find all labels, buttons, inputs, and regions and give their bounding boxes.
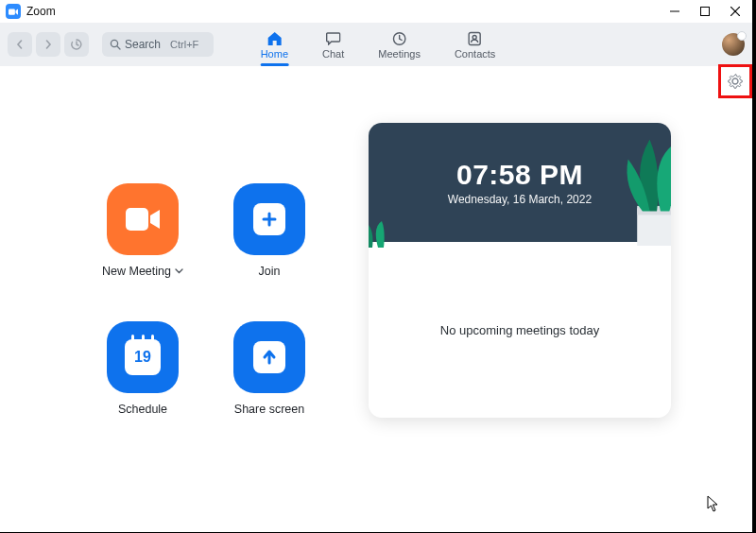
nav-forward-button[interactable] <box>36 32 60 57</box>
schedule-button[interactable]: 19 <box>107 321 179 393</box>
tab-label: Home <box>261 48 288 60</box>
clock-date: Wednesday, 16 March, 2022 <box>448 193 592 206</box>
svg-point-5 <box>111 40 117 46</box>
main-content: New Meeting Join 19 <box>0 66 756 533</box>
arrow-up-icon <box>253 341 285 373</box>
plant-decoration-icon <box>587 132 671 246</box>
close-button[interactable] <box>720 0 750 23</box>
maximize-button[interactable] <box>690 0 720 23</box>
no-meetings-text: No upcoming meetings today <box>440 323 599 337</box>
tab-contacts[interactable]: Contacts <box>451 23 499 66</box>
minimize-button[interactable] <box>660 0 690 23</box>
tab-label: Meetings <box>378 48 421 60</box>
main-tabs: Home Chat Meetings Contacts <box>257 23 500 66</box>
search-icon <box>110 39 121 50</box>
window-titlebar: Zoom <box>0 0 756 23</box>
calendar-day: 19 <box>134 349 151 366</box>
window-title: Zoom <box>26 5 56 18</box>
clock-icon <box>392 30 407 47</box>
window-border <box>752 0 756 533</box>
home-icon <box>266 30 283 47</box>
history-button[interactable] <box>64 32 89 57</box>
svg-rect-10 <box>126 208 148 231</box>
join-label: Join <box>259 265 281 278</box>
nav-back-button[interactable] <box>8 32 32 57</box>
clock-time: 07:58 PM <box>456 159 583 191</box>
zoom-app-icon <box>6 4 21 19</box>
video-icon <box>126 208 160 231</box>
plus-icon <box>253 203 285 235</box>
new-meeting-label: New Meeting <box>102 265 171 278</box>
tab-meetings[interactable]: Meetings <box>374 23 424 66</box>
profile-avatar[interactable] <box>722 33 745 56</box>
chat-icon <box>326 30 341 47</box>
calendar-icon: 19 <box>125 339 161 375</box>
svg-point-9 <box>473 35 477 39</box>
new-meeting-button[interactable] <box>107 183 179 255</box>
plant-decoration-icon <box>369 210 399 248</box>
chevron-down-icon[interactable] <box>175 268 183 274</box>
schedule-label: Schedule <box>118 403 167 416</box>
svg-line-6 <box>117 46 120 49</box>
search-placeholder: Search <box>125 38 161 51</box>
tab-home[interactable]: Home <box>257 23 292 66</box>
tab-chat[interactable]: Chat <box>318 23 348 66</box>
share-screen-label: Share screen <box>234 403 304 416</box>
tab-label: Contacts <box>455 48 495 60</box>
search-shortcut: Ctrl+F <box>170 39 198 50</box>
svg-rect-0 <box>9 9 15 14</box>
svg-rect-2 <box>701 8 710 16</box>
top-nav: Search Ctrl+F Home Chat Meetings Contact… <box>0 23 756 66</box>
clock-panel: 07:58 PM Wednesday, 16 March, 2022 <box>369 123 671 242</box>
meetings-card: 07:58 PM Wednesday, 16 March, 2022 No up… <box>369 123 671 418</box>
contacts-icon <box>468 30 482 47</box>
cursor-icon <box>707 495 720 516</box>
join-button[interactable] <box>233 183 305 255</box>
tab-label: Chat <box>322 48 344 60</box>
search-input[interactable]: Search Ctrl+F <box>102 32 214 57</box>
share-screen-button[interactable] <box>233 321 305 393</box>
